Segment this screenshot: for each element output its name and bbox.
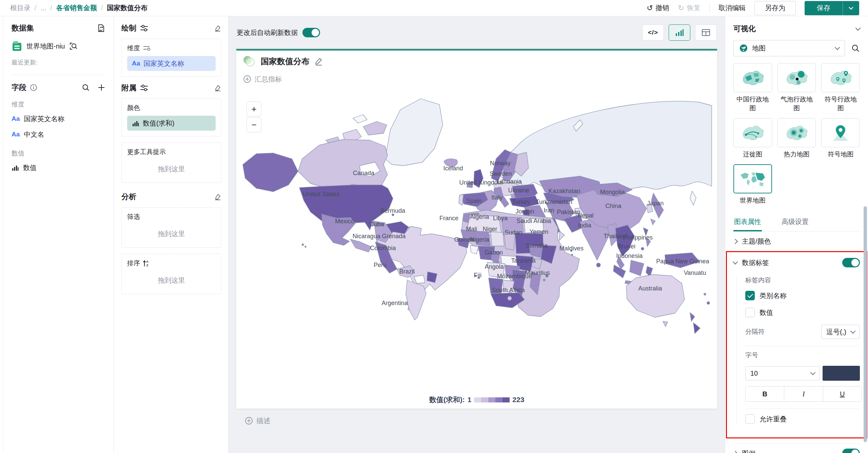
circle-plus-icon [243, 75, 251, 83]
chart-view-button[interactable] [669, 24, 690, 41]
legend-min: 1 [468, 396, 472, 404]
overlap-checkbox[interactable] [745, 414, 755, 424]
option-category-name[interactable]: 类别名称 [745, 291, 860, 300]
breadcrumb-separator: / [35, 4, 37, 12]
country-label: Nepal [578, 212, 594, 219]
dimension-pill-country-en[interactable]: Aa 国家英文名称 [127, 56, 216, 71]
cancel-edit-button[interactable]: 取消编辑 [718, 3, 746, 13]
legend-toggle[interactable] [842, 449, 860, 453]
tab-chart-properties[interactable]: 图表属性 [733, 214, 762, 231]
add-summary-metric[interactable]: 汇总指标 [236, 72, 717, 86]
save-split-button: 保存 [805, 1, 859, 15]
separator-select[interactable]: 逗号(,) [821, 325, 860, 339]
filter-drop-zone[interactable]: 筛选 拖到这里 [121, 207, 221, 248]
map-zoom-control: + − [246, 101, 261, 132]
map-type-heat[interactable]: 热力地图 [777, 118, 816, 159]
map-type-symbol-admin[interactable]: 符号行政地图 [821, 63, 860, 113]
breadcrumb-root[interactable]: 根目录 [10, 3, 31, 13]
category-checkbox[interactable] [745, 291, 755, 300]
measure-bars-icon [12, 164, 19, 171]
option-value[interactable]: 数值 [745, 308, 860, 317]
map-type-china-admin[interactable]: 中国行政地图 [733, 63, 772, 113]
panel-scrollbar[interactable] [864, 206, 867, 442]
section-data-label[interactable]: 数据标签 [733, 253, 860, 272]
properties-tabs: 图表属性 高级设置 [733, 214, 860, 231]
breadcrumb: 根目录 / ... / 各省销售金额 / 国家数值分布 [10, 3, 147, 13]
edit-title-icon[interactable] [314, 57, 323, 66]
sort-drop-zone[interactable]: 排序 AZ 拖到这里 [121, 254, 221, 294]
data-label-content: 标签内容 类别名称 数值 分隔符 逗号(,) [736, 276, 860, 424]
country-label: Canada [353, 169, 374, 176]
chevron-down-icon [848, 6, 854, 10]
eraser-icon[interactable] [213, 192, 221, 201]
field-item-country-en[interactable]: Aa 国家英文名称 [12, 111, 105, 127]
preview-dataset-icon[interactable] [69, 42, 78, 51]
code-icon: </> [648, 29, 658, 36]
breadcrumb-ellipsis[interactable]: ... [41, 4, 46, 12]
country-label: Sudan [505, 229, 522, 236]
tooltip-drop-zone[interactable]: 更多工具提示 拖到这里 [121, 143, 221, 183]
settings-sliders-icon[interactable] [140, 24, 149, 32]
country-label: Brazil [399, 268, 415, 275]
dataset-item[interactable]: CSV 世界地图-niu [12, 41, 105, 52]
data-label-toggle[interactable] [842, 258, 860, 267]
chart-type-select[interactable]: 地图 [733, 40, 845, 56]
topbar: 根目录 / ... / 各省销售金额 / 国家数值分布 ↺ 撤销 ↻ 恢复 取消… [0, 0, 868, 16]
search-fields-icon[interactable] [82, 83, 90, 92]
breadcrumb-parent[interactable]: 各省销售金额 [56, 3, 97, 13]
color-drop-zone[interactable]: 颜色 数值(求和) [121, 98, 221, 136]
zoom-in-button[interactable]: + [246, 101, 261, 116]
map-type-bubble-admin[interactable]: 气泡行政地图 [777, 63, 816, 113]
legend-swatches [474, 397, 510, 402]
eraser-icon[interactable] [213, 24, 221, 33]
country-label: Saudi Arabia [516, 218, 551, 225]
option-allow-overlap[interactable]: 允许重叠 [745, 414, 860, 424]
measure-bars-icon [132, 119, 139, 127]
separator-label: 分隔符 [745, 327, 765, 336]
search-chart-type-icon[interactable] [851, 44, 860, 53]
map-type-flow[interactable]: 迁徙图 [733, 118, 772, 159]
save-dropdown-button[interactable] [843, 1, 859, 15]
drop-hint: 拖到这里 [127, 225, 216, 242]
country-label: Guinea [454, 236, 474, 243]
zoom-out-button[interactable]: − [246, 117, 261, 132]
chevron-down-icon[interactable] [855, 25, 861, 31]
field-item-chinese-name[interactable]: Aa 中文名 [12, 127, 105, 142]
legend-title: 数值(求和): [429, 395, 465, 404]
map-type-grid: 中国行政地图 气泡行政地图 符号行政地图 迁徙图 热力地图 [733, 63, 860, 205]
map-type-world[interactable]: 世界地图 [733, 164, 772, 205]
font-color-swatch[interactable] [823, 366, 860, 381]
svg-text:Z: Z [146, 264, 149, 267]
map-type-symbol[interactable]: 符号地图 [821, 118, 860, 159]
eraser-icon[interactable] [213, 83, 221, 92]
redo-button[interactable]: ↻ 恢复 [678, 3, 701, 13]
country-label: South Africa [492, 287, 525, 294]
color-pill-value-sum[interactable]: 数值(求和) [127, 116, 216, 131]
dimension-drop-zone[interactable]: 维度 Aa 国家英文名称 [121, 39, 221, 77]
undo-button[interactable]: ↺ 撤销 [647, 3, 669, 13]
add-description[interactable]: 描述 [229, 409, 725, 426]
table-view-button[interactable] [695, 24, 717, 41]
switch-dataset-icon[interactable] [97, 24, 105, 33]
underline-button[interactable]: U [823, 386, 862, 401]
country-label: Mali [466, 226, 477, 233]
code-view-button[interactable]: </> [642, 24, 664, 41]
section-theme-color[interactable]: 主题/颜色 [733, 231, 860, 251]
section-legend[interactable]: 图例 [733, 443, 860, 453]
settings-sliders-icon[interactable] [140, 84, 149, 92]
chart-title: 国家数值分布 [261, 56, 310, 67]
chevron-down-icon [733, 259, 738, 264]
auto-refresh-toggle[interactable] [302, 28, 320, 37]
italic-button[interactable]: I [784, 386, 823, 401]
save-button[interactable]: 保存 [805, 1, 843, 15]
save-as-button[interactable]: 另存为 [754, 1, 796, 15]
bold-button[interactable]: B [746, 386, 784, 401]
add-field-icon[interactable] [97, 83, 105, 92]
value-checkbox[interactable] [745, 308, 755, 317]
field-item-value[interactable]: 数值 [12, 160, 105, 175]
country-label: Norway [490, 160, 511, 167]
font-size-select[interactable]: 10 [745, 366, 820, 380]
tab-advanced-settings[interactable]: 高级设置 [781, 214, 809, 231]
legend-max: 223 [512, 396, 524, 404]
topbar-divider [709, 4, 710, 13]
